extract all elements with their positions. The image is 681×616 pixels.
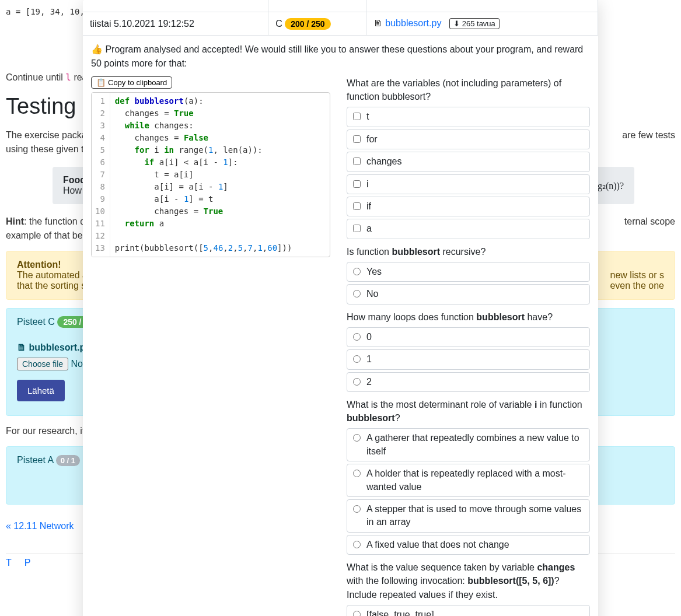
submission-file-cell: 🗎 bubblesort.py ⬇ 265 tavua [366, 12, 598, 36]
code-column: 📋 Copy to clipboard 12345678910111213 de… [91, 76, 330, 616]
question-4-text: What is the most determinant role of var… [347, 398, 590, 425]
checkbox-input[interactable] [353, 180, 361, 188]
question-2-options: YesNo [347, 262, 590, 304]
question-3-text: How many loops does function bubblesort … [347, 310, 590, 324]
option-label: if [366, 200, 371, 213]
q4-option[interactable]: A holder that is repeatedly replaced wit… [347, 464, 590, 497]
table-row [83, 0, 598, 12]
checkbox-input[interactable] [353, 135, 361, 143]
q1-option[interactable]: i [347, 174, 590, 194]
file-icon: 🗎 [373, 18, 383, 28]
question-1-text: What are the variables (not including pa… [347, 76, 590, 103]
radio-input[interactable] [353, 434, 361, 442]
radio-input[interactable] [353, 541, 361, 548]
question-2-text: Is function bubblesort recursive? [347, 245, 590, 258]
submission-date: tiistai 5.10.2021 19:12:52 [83, 12, 268, 36]
q1-option[interactable]: a [347, 219, 590, 239]
clipboard-icon: 📋 [96, 78, 106, 87]
option-label: t [366, 110, 369, 123]
question-4-options: A gatherer that repeatedly combines a ne… [347, 428, 590, 555]
q5-option[interactable]: [false, true, true] [347, 605, 590, 616]
question-5-options: [false, true, true][true, false][false, … [347, 605, 590, 616]
score-badge: 200 / 250 [285, 18, 330, 30]
download-icon: ⬇ [453, 19, 460, 28]
radio-input[interactable] [353, 290, 361, 298]
checkbox-input[interactable] [353, 202, 361, 210]
radio-input[interactable] [353, 470, 361, 477]
option-label: Yes [366, 265, 382, 278]
radio-input[interactable] [353, 333, 361, 341]
submission-score-cell: C 200 / 250 [268, 12, 366, 36]
radio-input[interactable] [353, 505, 361, 513]
radio-input[interactable] [353, 355, 361, 363]
accepted-message: 👍 Program analysed and accepted! We woul… [83, 36, 598, 71]
option-label: 0 [366, 331, 372, 344]
checkbox-input[interactable] [353, 225, 361, 232]
q3-option[interactable]: 2 [347, 372, 590, 392]
q4-option[interactable]: A gatherer that repeatedly combines a ne… [347, 428, 590, 461]
question-3-options: 012 [347, 327, 590, 392]
radio-input[interactable] [353, 611, 361, 616]
option-label: A fixed value that does not change [366, 538, 509, 551]
question-1-options: tforchangesiifa [347, 107, 590, 239]
table-row: tiistai 5.10.2021 19:12:52 C 200 / 250 🗎… [83, 12, 598, 36]
download-badge[interactable]: ⬇ 265 tavua [449, 18, 500, 29]
checkbox-input[interactable] [353, 158, 361, 165]
q2-option[interactable]: Yes [347, 262, 590, 282]
q3-option[interactable]: 0 [347, 327, 590, 347]
radio-input[interactable] [353, 268, 361, 275]
option-label: No [366, 288, 378, 300]
q4-option[interactable]: A fixed value that does not change [347, 535, 590, 555]
q4-option[interactable]: A stepper that is used to move through s… [347, 499, 590, 533]
q2-option[interactable]: No [347, 284, 590, 304]
option-label: 2 [366, 376, 372, 388]
line-gutter: 12345678910111213 [92, 93, 110, 257]
questions-column: What are the variables (not including pa… [347, 76, 590, 616]
file-link[interactable]: bubblesort.py [385, 18, 441, 28]
option-label: A holder that is repeatedly replaced wit… [366, 467, 584, 494]
code-body: def bubblesort(a): changes = True while … [110, 93, 297, 257]
option-label: A stepper that is used to move through s… [366, 503, 584, 529]
radio-input[interactable] [353, 378, 361, 386]
option-label: changes [366, 155, 402, 168]
code-block: 12345678910111213 def bubblesort(a): cha… [91, 92, 330, 257]
option-label: for [366, 133, 378, 146]
q1-option[interactable]: t [347, 107, 590, 127]
copy-to-clipboard-button[interactable]: 📋 Copy to clipboard [91, 76, 172, 89]
q1-option[interactable]: if [347, 197, 590, 216]
q1-option[interactable]: for [347, 130, 590, 149]
q1-option[interactable]: changes [347, 152, 590, 172]
q3-option[interactable]: 1 [347, 349, 590, 369]
option-label: A gatherer that repeatedly combines a ne… [366, 432, 584, 458]
option-label: [false, true, true] [366, 608, 434, 616]
checkbox-input[interactable] [353, 113, 361, 120]
option-label: 1 [366, 353, 372, 366]
option-label: i [366, 178, 369, 191]
question-5-text: What is the value sequence taken by vari… [347, 561, 590, 601]
option-label: a [366, 222, 372, 235]
analysis-modal: tiistai 5.10.2021 19:12:52 C 200 / 250 🗎… [83, 0, 598, 616]
submission-table: tiistai 5.10.2021 19:12:52 C 200 / 250 🗎… [83, 0, 598, 36]
modal-backdrop: tiistai 5.10.2021 19:12:52 C 200 / 250 🗎… [0, 0, 681, 616]
